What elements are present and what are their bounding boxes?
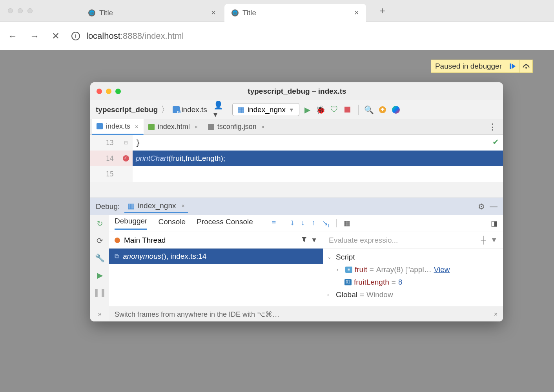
close-icon[interactable]: × (494, 311, 498, 318)
var-fruit[interactable]: › ≡ fruit = Array(8) ["appl… View (327, 263, 499, 276)
close-icon[interactable]: × (195, 123, 198, 130)
debug-session-name: index_ngnx (138, 201, 176, 210)
gutter[interactable] (119, 166, 133, 182)
line-number[interactable]: 15 (90, 166, 119, 182)
forward-icon[interactable]: → (30, 31, 39, 42)
coverage-icon[interactable]: 🛡 (329, 105, 339, 115)
more-icon[interactable]: » (98, 310, 102, 318)
step-into-icon[interactable]: ↓ (301, 219, 304, 228)
more-icon[interactable]: ⋮ (488, 122, 497, 132)
run-icon[interactable]: ▶ (303, 105, 313, 115)
editor-tab-index-ts[interactable]: index.ts × (92, 119, 144, 135)
ide-toolbar: typescript_debug 〉 index.ts 👤▾ ▦ index_n… (90, 100, 503, 119)
close-icon[interactable]: × (135, 123, 138, 130)
new-tab-button[interactable]: + (379, 5, 385, 17)
line-number[interactable]: 13 (90, 135, 119, 151)
gear-icon[interactable]: ⚙ (478, 202, 485, 211)
debug-label: Debug: (96, 202, 120, 211)
ts-file-icon (97, 123, 103, 129)
code-editor[interactable]: ✔ 13 ⊟ } 14 printChart(fruit,fruitLength… (90, 135, 503, 182)
var-fruitlength[interactable]: 01 fruitLength = 8 (327, 276, 499, 289)
close-icon[interactable]: × (211, 8, 216, 17)
expand-icon[interactable]: › (327, 289, 333, 301)
resume-icon[interactable] (506, 60, 519, 73)
breadcrumb-project[interactable]: typescript_debug (96, 105, 158, 114)
chevron-down-icon[interactable]: ▼ (311, 236, 317, 244)
breakpoint-icon[interactable] (123, 155, 129, 162)
editor-tab-index-html[interactable]: index.html × (144, 119, 203, 135)
debug-session-tab[interactable]: ▦ index_ngnx × (124, 200, 188, 213)
step-over-icon[interactable]: ⤵ (290, 219, 294, 228)
tab-label: index.ts (106, 122, 130, 131)
ide-titlebar[interactable]: typescript_debug – index.ts (90, 82, 503, 100)
filter-icon[interactable] (301, 236, 307, 244)
rerun-icon[interactable]: ↻ (97, 219, 103, 228)
variables-tree[interactable]: ⌄ Script › ≡ fruit = Array(8) ["appl… Vi… (323, 249, 503, 303)
close-icon[interactable]: × (354, 8, 359, 17)
expand-icon[interactable]: ⌄ (327, 251, 333, 263)
window-traffic-lights (8, 8, 33, 13)
code-text[interactable] (133, 166, 503, 182)
code-text[interactable]: } (133, 135, 503, 151)
zoom-dot[interactable] (27, 8, 33, 13)
breadcrumb[interactable]: typescript_debug 〉 index.ts (96, 104, 207, 116)
settings-icon[interactable]: 🔧 (95, 253, 105, 263)
fold-icon[interactable]: ⊟ (124, 140, 128, 145)
layout-icon[interactable]: ◨ (491, 219, 498, 228)
code-line-14[interactable]: 14 printChart(fruit,fruitLength); (90, 151, 503, 166)
debug-tool-window: ↻ ⟳ 🔧 ▶ ❚❚ » Debugger Console Process Co… (90, 215, 503, 321)
step-over-icon[interactable] (519, 60, 532, 73)
breakpoint-gutter[interactable] (119, 151, 133, 166)
evaluate-icon[interactable]: ▦ (344, 219, 350, 228)
update-icon[interactable] (377, 105, 388, 115)
browser-tab-0[interactable]: 🌐 Title × (81, 4, 223, 22)
code-text[interactable]: printChart(fruit,fruitLength); (133, 151, 503, 166)
expand-icon[interactable]: › (337, 263, 343, 276)
stop-icon[interactable]: ✕ (52, 31, 60, 42)
jetbrains-icon[interactable] (391, 105, 401, 115)
close-icon[interactable]: × (181, 203, 184, 209)
pause-icon[interactable]: ❚❚ (93, 288, 106, 297)
eval-input[interactable]: Evaluate expressio... (329, 236, 398, 245)
resume-icon[interactable]: ▶ (97, 270, 103, 280)
back-icon[interactable]: ← (8, 31, 17, 42)
browser-tab-bar: 🌐 Title × 🌐 Title × + (0, 0, 554, 22)
tab-console[interactable]: Console (158, 218, 186, 229)
var-scope-global[interactable]: › Global = Window (327, 289, 499, 301)
step-out-icon[interactable]: ↑ (312, 219, 315, 228)
stack-frame-row[interactable]: ⧉ anonymous(), index.ts:14 (109, 249, 323, 264)
debug-split: Main Thread ▼ ⧉ anonymous(), index.ts:14 (109, 232, 503, 307)
close-dot[interactable] (8, 8, 13, 13)
line-number[interactable]: 14 (90, 151, 119, 166)
number-icon: 01 (344, 279, 352, 285)
view-link[interactable]: View (434, 263, 450, 276)
add-watch-icon[interactable]: ┼ (481, 236, 486, 244)
chevron-down-icon[interactable]: ▼ (490, 236, 498, 244)
debug-icon[interactable]: 🐞 (316, 105, 326, 115)
code-line-15[interactable]: 15 (90, 166, 503, 182)
refresh-icon[interactable]: ⟳ (97, 236, 103, 245)
code-line-13[interactable]: 13 ⊟ } (90, 135, 503, 151)
show-exec-point-icon[interactable]: ≡ (272, 219, 276, 228)
run-config-selector[interactable]: ▦ index_ngnx ▼ (232, 103, 299, 116)
var-value: Window (366, 289, 393, 301)
vcs-user-icon[interactable]: 👤▾ (213, 105, 226, 115)
minimize-dot[interactable] (18, 8, 23, 13)
var-scope-script[interactable]: ⌄ Script (327, 251, 499, 263)
breadcrumb-file[interactable]: index.ts (181, 105, 207, 114)
editor-tab-tsconfig[interactable]: tsconfig.json × (203, 119, 270, 135)
fold-gutter[interactable]: ⊟ (119, 135, 133, 151)
run-to-cursor-icon[interactable]: ↘I (322, 219, 329, 228)
close-icon[interactable]: × (261, 123, 265, 130)
editor-gap (90, 182, 503, 198)
tab-debugger[interactable]: Debugger (115, 217, 147, 230)
stop-icon[interactable] (343, 105, 353, 115)
tab-process-console[interactable]: Process Console (197, 218, 253, 229)
search-icon[interactable]: 🔍 (364, 105, 374, 115)
thread-name[interactable]: Main Thread (124, 236, 166, 245)
inspection-ok-icon[interactable]: ✔ (492, 137, 499, 147)
browser-tab-1[interactable]: 🌐 Title × (224, 4, 366, 22)
url-field[interactable]: i localhost:8888/index.html (71, 31, 184, 41)
info-icon[interactable]: i (71, 32, 80, 40)
minimize-icon[interactable]: — (490, 202, 498, 211)
